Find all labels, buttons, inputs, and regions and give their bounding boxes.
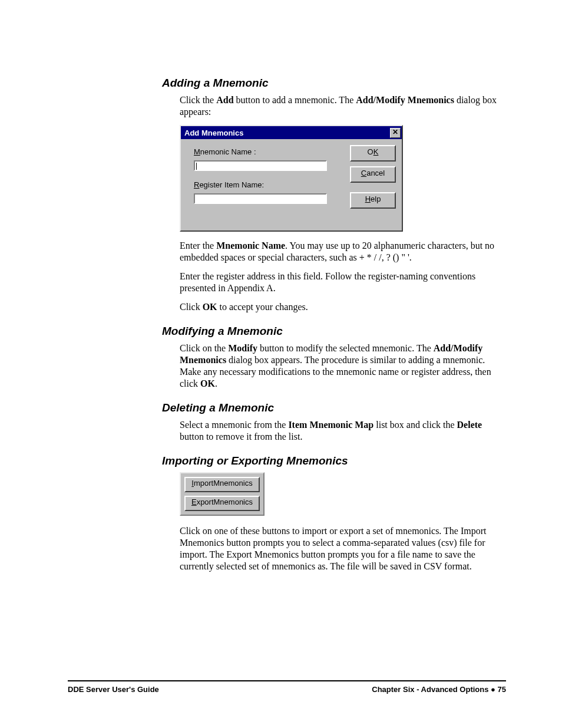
heading-modifying: Modifying a Mnemonic — [162, 325, 507, 338]
close-button[interactable]: ✕ — [390, 128, 401, 138]
import-export-panel: ImportMnemonics ExportMnemonics — [180, 472, 265, 516]
text: Click the — [180, 95, 216, 105]
cancel-button[interactable]: Cancel — [350, 166, 396, 183]
export-mnemonics-button[interactable]: ExportMnemonics — [184, 496, 260, 511]
heading-deleting: Deleting a Mnemonic — [162, 401, 507, 414]
page-footer: DDE Server User's Guide Chapter Six - Ad… — [68, 680, 506, 694]
text: to accept your changes. — [217, 302, 308, 312]
text-bold: OK — [203, 302, 217, 312]
heading-importing: Importing or Exporting Mnemonics — [162, 454, 507, 467]
footer-right: Chapter Six - Advanced Options ● 75 — [372, 685, 506, 694]
heading-adding: Adding a Mnemonic — [162, 77, 507, 90]
text-bold: Add — [216, 95, 233, 105]
dialog-titlebar: Add Mnemonics ✕ — [181, 126, 402, 139]
footer-rule — [68, 680, 506, 681]
para-adding-1: Click the Add button to add a mnemonic. … — [180, 94, 507, 118]
text: Enter the — [180, 241, 216, 251]
dialog-title: Add Mnemonics — [184, 129, 243, 137]
close-icon: ✕ — [392, 128, 398, 136]
para-adding-2: Enter the Mnemonic Name. You may use up … — [180, 240, 507, 263]
register-item-name-input[interactable] — [194, 193, 327, 204]
para-adding-4: Click OK to accept your changes. — [180, 301, 507, 313]
para-deleting-1: Select a mnemonic from the Item Mnemonic… — [180, 419, 507, 443]
help-button[interactable]: Help — [350, 192, 396, 209]
register-item-name-label: Register Item Name: — [194, 180, 264, 189]
add-mnemonics-dialog: Add Mnemonics ✕ Mnemonic Name : Register… — [180, 125, 403, 232]
text: button to add a mnemonic. The — [234, 95, 356, 105]
text: Click — [180, 302, 203, 312]
mnemonic-name-label: Mnemonic Name : — [194, 147, 256, 156]
para-importing-1: Click on one of these buttons to import … — [180, 525, 507, 572]
mnemonic-name-input[interactable] — [194, 160, 327, 171]
footer-left: DDE Server User's Guide — [68, 685, 159, 694]
para-adding-3: Enter the register address in this field… — [180, 271, 507, 294]
ok-button[interactable]: OK — [350, 145, 396, 162]
import-mnemonics-button[interactable]: ImportMnemonics — [184, 477, 260, 492]
text-bold: Mnemonic Name — [216, 241, 285, 251]
para-modifying-1: Click on the Modify button to modify the… — [180, 342, 507, 390]
text-bold: Add/Modify Mnemonics — [356, 95, 454, 105]
